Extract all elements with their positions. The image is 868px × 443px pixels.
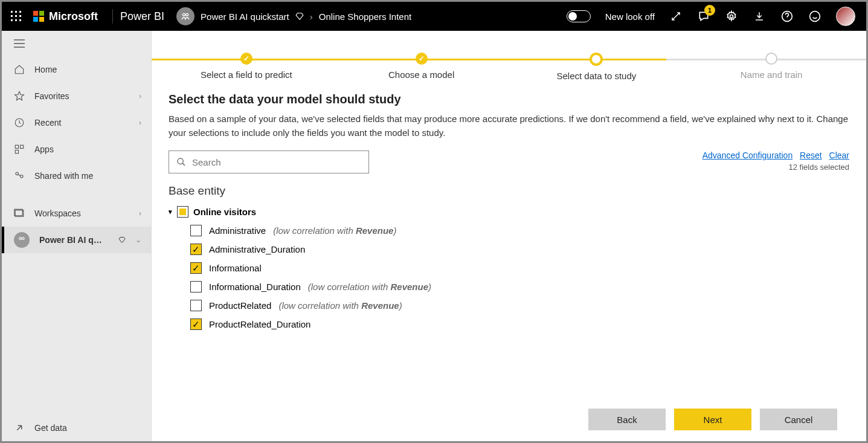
advanced-config-link[interactable]: Advanced Configuration xyxy=(702,150,792,160)
cancel-button[interactable]: Cancel xyxy=(760,409,837,430)
new-look-toggle[interactable] xyxy=(567,10,591,22)
sidebar-item-shared[interactable]: Shared with me xyxy=(2,163,151,189)
sidebar-item-home[interactable]: Home xyxy=(2,56,151,83)
current-step-dot xyxy=(590,53,603,66)
chevron-right-icon: › xyxy=(310,11,313,22)
svg-point-24 xyxy=(178,158,183,164)
user-avatar[interactable] xyxy=(836,7,855,26)
base-entity-label: Base entity xyxy=(169,184,849,198)
field-label: Informational xyxy=(209,263,262,273)
field-checkbox[interactable] xyxy=(190,281,202,293)
sidebar-item-label: Favorites xyxy=(34,91,129,101)
share-icon xyxy=(14,170,25,181)
app-launcher-icon[interactable] xyxy=(2,2,31,31)
breadcrumb-workspace[interactable]: Power BI AI quickstart xyxy=(201,11,289,22)
field-checkbox[interactable] xyxy=(190,300,202,311)
field-row[interactable]: ✓ Informational xyxy=(169,259,843,277)
pending-step-dot xyxy=(765,53,777,65)
svg-rect-3 xyxy=(11,15,13,17)
wizard-footer: Back Next Cancel xyxy=(169,398,849,441)
collapse-triangle-icon[interactable]: ▾ xyxy=(169,208,172,216)
step-3[interactable]: Select data to study xyxy=(509,53,684,82)
field-row[interactable]: ✓ ProductRelated_Duration xyxy=(169,315,843,334)
home-icon xyxy=(14,64,25,75)
entity-checkbox-partial[interactable] xyxy=(177,206,188,218)
field-row[interactable]: Informational_Duration (low correlation … xyxy=(169,277,843,296)
sidebar-item-current-workspace[interactable]: Power BI AI q… ⌄ xyxy=(2,227,151,253)
premium-diamond-icon xyxy=(118,236,126,244)
download-icon[interactable] xyxy=(753,10,766,23)
field-row[interactable]: ProductRelated (low correlation with Rev… xyxy=(169,296,843,315)
check-icon: ✓ xyxy=(240,53,252,65)
get-data-icon xyxy=(14,422,25,433)
breadcrumb: Power BI AI quickstart › Online Shoppers… xyxy=(201,11,411,22)
apps-icon xyxy=(14,144,25,155)
svg-rect-6 xyxy=(11,19,13,21)
step-1[interactable]: ✓ Select a field to predict xyxy=(159,53,334,82)
svg-rect-7 xyxy=(15,19,17,21)
field-label: Administrative xyxy=(209,225,266,236)
field-checkbox[interactable]: ✓ xyxy=(190,244,202,255)
next-button[interactable]: Next xyxy=(674,409,751,430)
field-row[interactable]: ✓ Administrative_Duration xyxy=(169,240,843,259)
chevron-right-icon: › xyxy=(139,118,141,127)
check-icon: ✓ xyxy=(416,53,428,65)
svg-rect-4 xyxy=(15,15,17,17)
svg-point-23 xyxy=(22,238,25,240)
main-content: ✓ Select a field to predict ✓ Choose a m… xyxy=(152,31,866,441)
svg-rect-15 xyxy=(15,145,18,148)
clear-link[interactable]: Clear xyxy=(829,150,849,160)
feedback-smile-icon[interactable] xyxy=(808,10,821,23)
sidebar-item-label: Recent xyxy=(34,118,129,128)
step-2[interactable]: ✓ Choose a model xyxy=(334,53,509,82)
svg-rect-0 xyxy=(11,11,13,13)
sidebar-item-get-data[interactable]: Get data xyxy=(2,415,151,441)
reset-link[interactable]: Reset xyxy=(800,150,822,160)
ms-logo-icon xyxy=(33,11,44,22)
topbar: Microsoft Power BI Power BI AI quickstar… xyxy=(2,2,866,31)
clock-icon xyxy=(14,117,25,128)
chevron-right-icon: › xyxy=(139,92,141,100)
svg-rect-16 xyxy=(21,145,24,148)
workspace-avatar-icon[interactable] xyxy=(176,7,194,25)
divider xyxy=(112,9,113,24)
sidebar-item-label: Shared with me xyxy=(34,171,141,181)
chevron-down-icon[interactable]: ⌄ xyxy=(135,236,141,244)
entity-name: Online visitors xyxy=(193,207,256,217)
page-heading: Select the data your model should study xyxy=(169,92,849,106)
svg-point-10 xyxy=(186,13,188,16)
field-label: Administrative_Duration xyxy=(209,244,305,254)
product-brand[interactable]: Power BI xyxy=(120,10,164,23)
search-input[interactable] xyxy=(192,157,361,167)
microsoft-logo[interactable]: Microsoft xyxy=(31,10,105,23)
field-checkbox[interactable]: ✓ xyxy=(190,319,202,330)
search-box[interactable] xyxy=(169,150,369,173)
sidebar-item-favorites[interactable]: Favorites › xyxy=(2,83,151,109)
svg-rect-2 xyxy=(19,11,21,13)
collapse-sidebar-icon[interactable] xyxy=(2,31,151,56)
field-checkbox[interactable] xyxy=(190,225,202,236)
sidebar-item-apps[interactable]: Apps xyxy=(2,136,151,163)
sidebar: Home Favorites › Recent › Apps Shared wi… xyxy=(2,31,152,441)
notification-badge: 1 xyxy=(704,5,715,16)
workspaces-icon xyxy=(14,208,25,219)
settings-gear-icon[interactable] xyxy=(725,10,738,23)
page-intro: Based on a sample of your data, we've se… xyxy=(169,112,849,140)
field-row[interactable]: Administrative (low correlation with Rev… xyxy=(169,221,843,240)
breadcrumb-page[interactable]: Online Shoppers Intent xyxy=(319,11,411,22)
entity-row[interactable]: ▾ Online visitors xyxy=(169,202,843,221)
back-button[interactable]: Back xyxy=(588,409,666,430)
field-checkbox[interactable]: ✓ xyxy=(190,262,202,274)
sidebar-item-label: Power BI AI q… xyxy=(39,235,109,245)
notifications-icon[interactable]: 1 xyxy=(697,10,710,23)
chevron-right-icon: › xyxy=(139,209,141,218)
svg-point-11 xyxy=(730,15,733,18)
topbar-actions: New look off 1 xyxy=(567,7,860,26)
sidebar-item-workspaces[interactable]: Workspaces › xyxy=(2,200,151,227)
svg-point-13 xyxy=(810,11,820,22)
fullscreen-icon[interactable] xyxy=(669,10,683,23)
help-icon[interactable] xyxy=(780,10,794,23)
svg-rect-8 xyxy=(19,19,21,21)
field-list[interactable]: ▾ Online visitors Administrative (low co… xyxy=(169,202,849,398)
sidebar-item-recent[interactable]: Recent › xyxy=(2,109,151,136)
